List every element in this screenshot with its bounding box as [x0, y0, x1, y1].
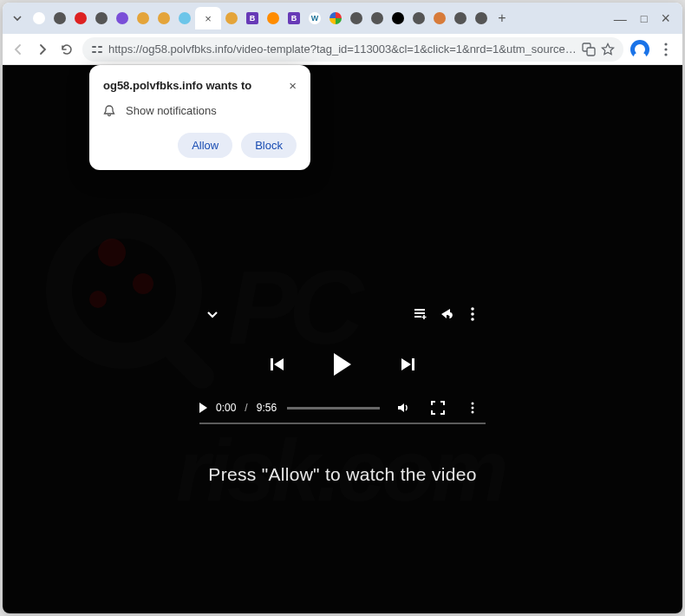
favicon — [392, 12, 404, 24]
tab-strip: ×BBWP + — □ × — [3, 3, 682, 34]
translate-icon[interactable] — [582, 43, 596, 56]
favicon — [475, 12, 487, 24]
queue-icon[interactable] — [408, 301, 434, 327]
chrome-menu-icon[interactable] — [656, 40, 675, 59]
favicon — [267, 12, 279, 24]
site-settings-icon[interactable] — [91, 43, 103, 56]
tab[interactable]: W — [304, 7, 325, 29]
previous-track-icon[interactable] — [264, 351, 290, 377]
tab-active[interactable]: × — [195, 7, 221, 29]
video-player: 0:00 / 9:56 — [199, 299, 486, 424]
fullscreen-icon[interactable] — [425, 395, 451, 421]
svg-point-16 — [472, 411, 474, 414]
tab[interactable] — [70, 7, 91, 29]
reload-button[interactable] — [58, 41, 75, 58]
tab[interactable] — [112, 7, 133, 29]
volume-icon[interactable] — [390, 395, 416, 421]
tab[interactable] — [471, 7, 492, 29]
tab[interactable] — [325, 7, 346, 29]
main-prompt-text: Press "Allow" to watch the video — [3, 464, 682, 485]
tab[interactable] — [49, 7, 70, 29]
svg-rect-13 — [412, 358, 414, 370]
bell-icon — [103, 105, 115, 117]
favicon — [329, 12, 342, 24]
tab[interactable]: B — [284, 7, 304, 29]
favicon: W — [309, 12, 321, 24]
next-track-icon[interactable] — [395, 351, 421, 377]
address-bar[interactable]: https://og58.polvfbks.info/video-templat… — [82, 37, 623, 62]
close-window-button[interactable]: × — [661, 10, 670, 28]
more-vert-icon[interactable] — [460, 301, 486, 327]
time-total: 9:56 — [257, 402, 277, 414]
close-icon[interactable]: × — [289, 79, 297, 92]
block-button[interactable]: Block — [241, 133, 297, 158]
tab[interactable] — [263, 7, 284, 29]
more-vert-small-icon[interactable] — [460, 395, 486, 421]
tab-search-dropdown[interactable] — [8, 9, 27, 28]
profile-avatar[interactable] — [630, 40, 649, 59]
permission-wants-to: wants to — [203, 79, 251, 92]
window-controls: — □ × — [605, 3, 679, 34]
tab[interactable] — [221, 7, 242, 29]
permission-popup: og58.polvfbks.info wants to × Show notif… — [89, 65, 310, 170]
svg-rect-12 — [271, 358, 273, 370]
favicon — [33, 12, 45, 24]
favicon — [137, 12, 149, 24]
favicon — [413, 12, 425, 24]
tab[interactable] — [388, 7, 408, 29]
url-text: https://og58.polvfbks.info/video-templat… — [108, 43, 577, 56]
favicon — [350, 12, 362, 24]
svg-point-6 — [664, 43, 667, 45]
bookmark-star-icon[interactable] — [601, 43, 615, 56]
browser-window: ×BBWP + — □ × https://og58.polvfbks.info… — [3, 3, 682, 613]
tab-close-icon[interactable]: × — [205, 13, 212, 24]
favicon — [225, 12, 238, 24]
tab[interactable] — [429, 7, 450, 29]
favicon: P — [371, 12, 383, 24]
favicon — [95, 12, 108, 24]
svg-point-8 — [664, 53, 667, 56]
tab[interactable]: B — [242, 7, 263, 29]
share-icon[interactable] — [434, 301, 460, 327]
favicon — [54, 12, 66, 24]
svg-rect-2 — [92, 51, 96, 53]
play-button[interactable] — [334, 353, 351, 376]
tab[interactable] — [174, 7, 195, 29]
svg-rect-1 — [98, 46, 102, 48]
favicon — [454, 12, 466, 24]
progress-underline — [199, 423, 486, 424]
svg-point-15 — [472, 407, 474, 410]
favicon — [434, 12, 446, 24]
permission-line: Show notifications — [126, 104, 217, 117]
favicon — [75, 12, 87, 24]
new-tab-button[interactable]: + — [492, 10, 512, 26]
seek-bar[interactable] — [287, 407, 380, 410]
svg-rect-3 — [98, 51, 102, 53]
permission-site: og58.polvfbks.info — [103, 79, 203, 92]
minimize-button[interactable]: — — [614, 11, 627, 26]
allow-button[interactable]: Allow — [178, 133, 232, 158]
time-elapsed: 0:00 — [216, 402, 236, 414]
maximize-button[interactable]: □ — [641, 12, 648, 25]
tab[interactable]: P — [367, 7, 388, 29]
permission-title: og58.polvfbks.info wants to — [103, 79, 251, 92]
tab[interactable] — [450, 7, 471, 29]
forward-button[interactable] — [34, 41, 51, 58]
tab[interactable] — [133, 7, 153, 29]
tab[interactable] — [91, 7, 112, 29]
svg-rect-0 — [92, 46, 96, 48]
tab[interactable] — [29, 7, 49, 29]
play-small-icon[interactable] — [199, 403, 207, 413]
favicon — [116, 12, 128, 24]
favicon — [179, 12, 191, 24]
svg-point-9 — [471, 307, 474, 311]
svg-rect-5 — [587, 48, 595, 56]
svg-point-7 — [664, 48, 667, 50]
toolbar: https://og58.polvfbks.info/video-templat… — [3, 34, 682, 65]
time-sep: / — [245, 402, 247, 414]
back-button[interactable] — [10, 41, 27, 58]
chevron-down-icon[interactable] — [199, 301, 225, 327]
tab[interactable] — [153, 7, 174, 29]
tab[interactable] — [408, 7, 429, 29]
tab[interactable] — [346, 7, 367, 29]
